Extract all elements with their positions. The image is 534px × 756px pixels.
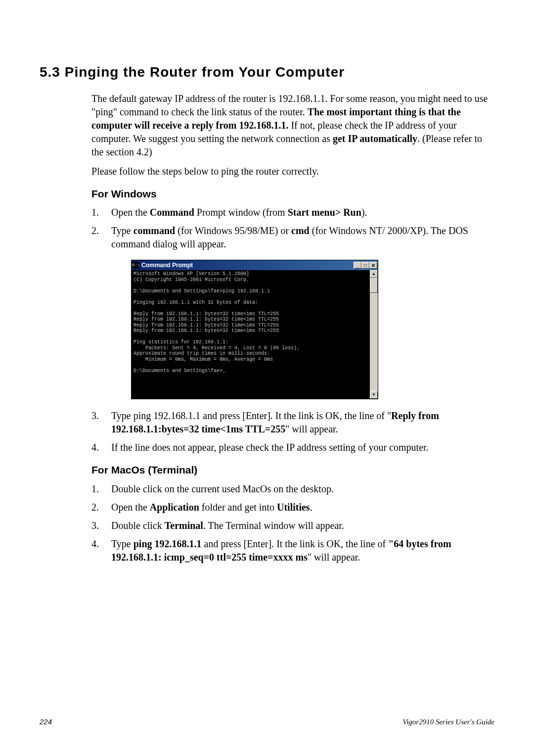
- list-item: If the line does not appear, please chec…: [91, 441, 494, 454]
- scroll-up-icon[interactable]: ▲: [370, 270, 378, 278]
- page-number: 224: [40, 717, 52, 726]
- guide-title: Vigor2910 Series User's Guide: [402, 718, 494, 726]
- scroll-down-icon[interactable]: ▼: [370, 391, 378, 399]
- step-bold: command: [134, 225, 175, 236]
- step-text: Open the: [111, 207, 150, 218]
- step-text: " will appear.: [285, 424, 338, 434]
- step-text: ).: [361, 207, 367, 218]
- step-text: . The Terminal window will appear.: [203, 520, 344, 531]
- cmd-titlebar[interactable]: C:\ Command Prompt _ □ ✕: [132, 260, 378, 270]
- step-text: .: [310, 502, 312, 513]
- step-text: Type: [111, 225, 134, 236]
- intro-paragraph-2: Please follow the steps below to ping th…: [91, 165, 494, 178]
- list-item: Open the Command Prompt window (from Sta…: [91, 206, 494, 219]
- maximize-button[interactable]: □: [361, 262, 369, 269]
- section-title: 5.3 Pinging the Router from Your Compute…: [40, 64, 494, 80]
- step-text: Double click: [111, 520, 165, 531]
- step-bold: Command: [150, 207, 194, 218]
- step-text: (for Windows 95/98/ME) or: [175, 225, 291, 236]
- step-text: Prompt window (from: [194, 207, 288, 218]
- minimize-button[interactable]: _: [354, 262, 361, 269]
- list-item: Double click Terminal. The Terminal wind…: [91, 519, 494, 532]
- intro-bold-2: get IP automatically: [333, 133, 417, 144]
- step-text: Type: [111, 538, 134, 549]
- page-footer: 224 Vigor2910 Series User's Guide: [40, 717, 494, 726]
- intro-paragraph-1: The default gateway IP address of the ro…: [91, 92, 494, 159]
- list-item: Type ping 192.168.1.1 and press [Enter].…: [91, 537, 494, 564]
- list-item: Type ping 192.168.1.1 and press [Enter].…: [91, 409, 494, 436]
- list-item: Type command (for Windows 95/98/ME) or c…: [91, 224, 494, 399]
- close-button[interactable]: ✕: [369, 262, 377, 269]
- step-text: folder and get into: [199, 502, 277, 513]
- step-text: and press [Enter]. It the link is OK, th…: [202, 538, 389, 549]
- scroll-thumb[interactable]: [370, 278, 378, 293]
- cmd-output: Microsoft Windows XP [Version 5.1.2600] …: [132, 270, 370, 399]
- step-bold: Start menu> Run: [288, 207, 361, 218]
- step-bold: Terminal: [165, 520, 203, 531]
- cmd-title: Command Prompt: [141, 261, 354, 269]
- cmd-icon: C:\: [133, 262, 139, 269]
- windows-steps: Open the Command Prompt window (from Sta…: [91, 206, 494, 454]
- step-bold: ping 192.168.1.1: [134, 538, 202, 549]
- windows-heading: For Windows: [91, 187, 494, 201]
- list-item: Double click on the current used MacOs o…: [91, 482, 494, 496]
- step-bold: cmd: [291, 225, 310, 236]
- step-bold: Utilities: [277, 502, 310, 513]
- list-item: Open the Application folder and get into…: [91, 501, 494, 514]
- scroll-track[interactable]: [370, 278, 378, 391]
- step-text: Open the: [111, 502, 150, 513]
- step-bold: Application: [150, 502, 199, 513]
- macos-steps: Double click on the current used MacOs o…: [91, 482, 494, 564]
- cmd-scrollbar[interactable]: ▲ ▼: [370, 270, 378, 399]
- step-text: Type ping 192.168.1.1 and press [Enter].…: [111, 410, 391, 421]
- macos-heading: For MacOs (Terminal): [91, 463, 494, 477]
- step-text: " will appear.: [308, 552, 360, 563]
- command-prompt-window: C:\ Command Prompt _ □ ✕ Microsoft Windo…: [131, 260, 378, 399]
